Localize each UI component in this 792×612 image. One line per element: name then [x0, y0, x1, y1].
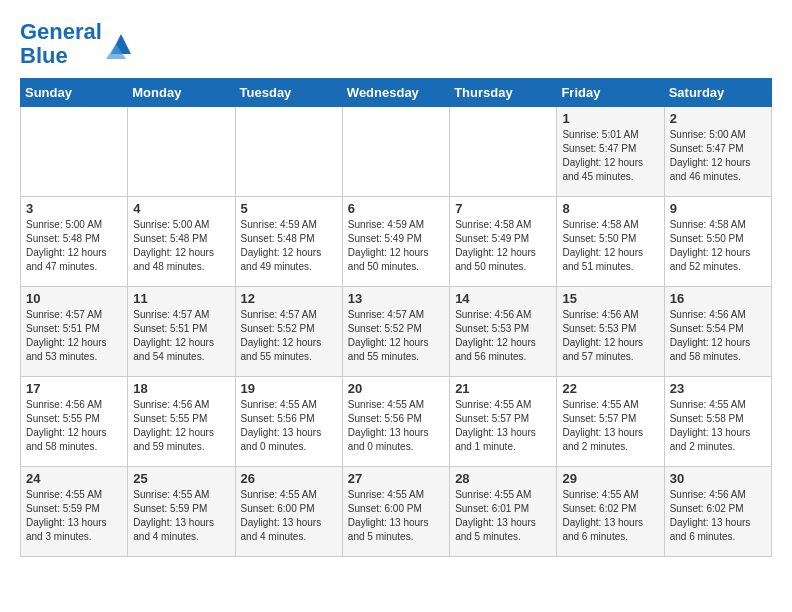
calendar-cell: 7Sunrise: 4:58 AM Sunset: 5:49 PM Daylig…: [450, 197, 557, 287]
cell-info: Sunrise: 4:56 AM Sunset: 5:55 PM Dayligh…: [133, 398, 229, 454]
calendar-cell: 11Sunrise: 4:57 AM Sunset: 5:51 PM Dayli…: [128, 287, 235, 377]
day-number: 18: [133, 381, 229, 396]
cell-info: Sunrise: 5:00 AM Sunset: 5:47 PM Dayligh…: [670, 128, 766, 184]
day-number: 4: [133, 201, 229, 216]
col-header-monday: Monday: [128, 79, 235, 107]
calendar-cell: 5Sunrise: 4:59 AM Sunset: 5:48 PM Daylig…: [235, 197, 342, 287]
day-number: 3: [26, 201, 122, 216]
cell-info: Sunrise: 4:55 AM Sunset: 5:56 PM Dayligh…: [348, 398, 444, 454]
calendar-cell: 18Sunrise: 4:56 AM Sunset: 5:55 PM Dayli…: [128, 377, 235, 467]
calendar-cell: [450, 107, 557, 197]
calendar-cell: 19Sunrise: 4:55 AM Sunset: 5:56 PM Dayli…: [235, 377, 342, 467]
day-number: 24: [26, 471, 122, 486]
logo: General Blue: [20, 20, 136, 68]
cell-info: Sunrise: 4:55 AM Sunset: 5:57 PM Dayligh…: [455, 398, 551, 454]
day-number: 8: [562, 201, 658, 216]
day-number: 13: [348, 291, 444, 306]
col-header-sunday: Sunday: [21, 79, 128, 107]
col-header-tuesday: Tuesday: [235, 79, 342, 107]
calendar-cell: 8Sunrise: 4:58 AM Sunset: 5:50 PM Daylig…: [557, 197, 664, 287]
cell-info: Sunrise: 4:59 AM Sunset: 5:49 PM Dayligh…: [348, 218, 444, 274]
day-number: 25: [133, 471, 229, 486]
day-number: 23: [670, 381, 766, 396]
cell-info: Sunrise: 4:58 AM Sunset: 5:49 PM Dayligh…: [455, 218, 551, 274]
day-number: 14: [455, 291, 551, 306]
week-row-4: 24Sunrise: 4:55 AM Sunset: 5:59 PM Dayli…: [21, 467, 772, 557]
calendar-table: SundayMondayTuesdayWednesdayThursdayFrid…: [20, 78, 772, 557]
cell-info: Sunrise: 5:00 AM Sunset: 5:48 PM Dayligh…: [26, 218, 122, 274]
cell-info: Sunrise: 4:56 AM Sunset: 5:55 PM Dayligh…: [26, 398, 122, 454]
calendar-cell: 6Sunrise: 4:59 AM Sunset: 5:49 PM Daylig…: [342, 197, 449, 287]
calendar-cell: [128, 107, 235, 197]
cell-info: Sunrise: 4:55 AM Sunset: 5:57 PM Dayligh…: [562, 398, 658, 454]
calendar-cell: 2Sunrise: 5:00 AM Sunset: 5:47 PM Daylig…: [664, 107, 771, 197]
day-number: 10: [26, 291, 122, 306]
logo-text: General Blue: [20, 20, 102, 68]
logo-general: General: [20, 19, 102, 44]
day-number: 27: [348, 471, 444, 486]
day-number: 29: [562, 471, 658, 486]
cell-info: Sunrise: 4:57 AM Sunset: 5:52 PM Dayligh…: [241, 308, 337, 364]
calendar-cell: 28Sunrise: 4:55 AM Sunset: 6:01 PM Dayli…: [450, 467, 557, 557]
day-number: 30: [670, 471, 766, 486]
cell-info: Sunrise: 4:56 AM Sunset: 5:54 PM Dayligh…: [670, 308, 766, 364]
calendar-cell: 13Sunrise: 4:57 AM Sunset: 5:52 PM Dayli…: [342, 287, 449, 377]
week-row-3: 17Sunrise: 4:56 AM Sunset: 5:55 PM Dayli…: [21, 377, 772, 467]
day-number: 11: [133, 291, 229, 306]
day-number: 22: [562, 381, 658, 396]
day-number: 7: [455, 201, 551, 216]
calendar-cell: 1Sunrise: 5:01 AM Sunset: 5:47 PM Daylig…: [557, 107, 664, 197]
col-header-wednesday: Wednesday: [342, 79, 449, 107]
week-row-2: 10Sunrise: 4:57 AM Sunset: 5:51 PM Dayli…: [21, 287, 772, 377]
calendar-cell: 14Sunrise: 4:56 AM Sunset: 5:53 PM Dayli…: [450, 287, 557, 377]
day-number: 16: [670, 291, 766, 306]
cell-info: Sunrise: 4:56 AM Sunset: 5:53 PM Dayligh…: [455, 308, 551, 364]
day-number: 26: [241, 471, 337, 486]
calendar-cell: 22Sunrise: 4:55 AM Sunset: 5:57 PM Dayli…: [557, 377, 664, 467]
calendar-cell: 9Sunrise: 4:58 AM Sunset: 5:50 PM Daylig…: [664, 197, 771, 287]
day-number: 9: [670, 201, 766, 216]
calendar-cell: 3Sunrise: 5:00 AM Sunset: 5:48 PM Daylig…: [21, 197, 128, 287]
col-header-thursday: Thursday: [450, 79, 557, 107]
calendar-cell: 16Sunrise: 4:56 AM Sunset: 5:54 PM Dayli…: [664, 287, 771, 377]
cell-info: Sunrise: 4:55 AM Sunset: 6:00 PM Dayligh…: [241, 488, 337, 544]
cell-info: Sunrise: 4:58 AM Sunset: 5:50 PM Dayligh…: [670, 218, 766, 274]
calendar-body: 1Sunrise: 5:01 AM Sunset: 5:47 PM Daylig…: [21, 107, 772, 557]
week-row-0: 1Sunrise: 5:01 AM Sunset: 5:47 PM Daylig…: [21, 107, 772, 197]
cell-info: Sunrise: 5:01 AM Sunset: 5:47 PM Dayligh…: [562, 128, 658, 184]
week-row-1: 3Sunrise: 5:00 AM Sunset: 5:48 PM Daylig…: [21, 197, 772, 287]
day-number: 15: [562, 291, 658, 306]
calendar-cell: 17Sunrise: 4:56 AM Sunset: 5:55 PM Dayli…: [21, 377, 128, 467]
calendar-cell: 20Sunrise: 4:55 AM Sunset: 5:56 PM Dayli…: [342, 377, 449, 467]
calendar-cell: [342, 107, 449, 197]
cell-info: Sunrise: 4:55 AM Sunset: 5:59 PM Dayligh…: [133, 488, 229, 544]
cell-info: Sunrise: 4:55 AM Sunset: 6:00 PM Dayligh…: [348, 488, 444, 544]
calendar-cell: 25Sunrise: 4:55 AM Sunset: 5:59 PM Dayli…: [128, 467, 235, 557]
header-row: SundayMondayTuesdayWednesdayThursdayFrid…: [21, 79, 772, 107]
cell-info: Sunrise: 4:55 AM Sunset: 5:58 PM Dayligh…: [670, 398, 766, 454]
col-header-friday: Friday: [557, 79, 664, 107]
calendar-cell: 27Sunrise: 4:55 AM Sunset: 6:00 PM Dayli…: [342, 467, 449, 557]
calendar-cell: 24Sunrise: 4:55 AM Sunset: 5:59 PM Dayli…: [21, 467, 128, 557]
cell-info: Sunrise: 4:58 AM Sunset: 5:50 PM Dayligh…: [562, 218, 658, 274]
cell-info: Sunrise: 5:00 AM Sunset: 5:48 PM Dayligh…: [133, 218, 229, 274]
cell-info: Sunrise: 4:55 AM Sunset: 5:59 PM Dayligh…: [26, 488, 122, 544]
day-number: 19: [241, 381, 337, 396]
day-number: 6: [348, 201, 444, 216]
day-number: 20: [348, 381, 444, 396]
cell-info: Sunrise: 4:57 AM Sunset: 5:52 PM Dayligh…: [348, 308, 444, 364]
calendar-cell: [21, 107, 128, 197]
cell-info: Sunrise: 4:57 AM Sunset: 5:51 PM Dayligh…: [133, 308, 229, 364]
cell-info: Sunrise: 4:55 AM Sunset: 6:01 PM Dayligh…: [455, 488, 551, 544]
day-number: 28: [455, 471, 551, 486]
calendar-cell: 23Sunrise: 4:55 AM Sunset: 5:58 PM Dayli…: [664, 377, 771, 467]
col-header-saturday: Saturday: [664, 79, 771, 107]
logo-icon: [106, 29, 136, 59]
day-number: 1: [562, 111, 658, 126]
day-number: 17: [26, 381, 122, 396]
calendar-cell: 12Sunrise: 4:57 AM Sunset: 5:52 PM Dayli…: [235, 287, 342, 377]
cell-info: Sunrise: 4:55 AM Sunset: 5:56 PM Dayligh…: [241, 398, 337, 454]
calendar-cell: 26Sunrise: 4:55 AM Sunset: 6:00 PM Dayli…: [235, 467, 342, 557]
day-number: 21: [455, 381, 551, 396]
day-number: 12: [241, 291, 337, 306]
